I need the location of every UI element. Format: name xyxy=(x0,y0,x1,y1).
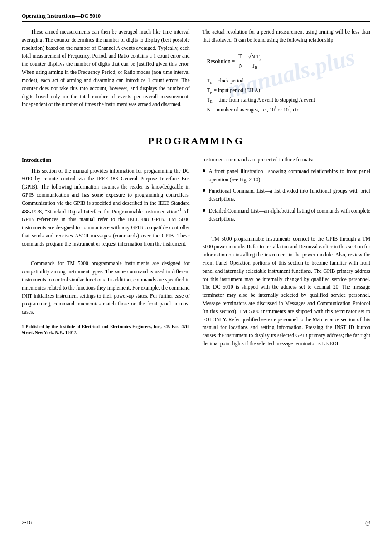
left-para2: Commands for TM 5000 programmable instru… xyxy=(22,260,190,316)
top-section: These armed measurements can then be ave… xyxy=(22,28,370,121)
programming-section: PROGRAMMING Introduction This section of… xyxy=(22,135,370,352)
formula-fraction-sqrt: √N Tp TB xyxy=(247,52,262,71)
bullet-text-2: Functional Command List—a list divided i… xyxy=(209,187,371,203)
resolution-vars: Tc= clock period Tp= input period (CH A)… xyxy=(207,77,371,114)
left-para1: This section of the manual provides info… xyxy=(22,167,190,248)
resolution-formula: Resolution = Tc N √N Tp TB xyxy=(207,52,371,71)
bullet-dot-2 xyxy=(203,189,205,192)
header-title: Operating Instructions—DC 5010 xyxy=(22,13,101,19)
bullet-item-3: Detailed Command List—an alphabetical li… xyxy=(203,207,371,223)
bullet-item-1: A front panel illustration—showing comma… xyxy=(203,168,371,184)
intro-heading: Introduction xyxy=(22,156,190,164)
bullet-text-3: Detailed Command List—an alphabetical li… xyxy=(209,207,371,223)
formula-fraction-tc-n: Tc N xyxy=(237,53,244,70)
formula-tb: TB xyxy=(251,62,258,71)
footnote-divider xyxy=(22,322,58,322)
var-tb: TB= time from starting A event to stoppi… xyxy=(207,96,371,105)
bullet-text-1: A front panel illustration—showing comma… xyxy=(209,168,371,184)
bullet-dot-3 xyxy=(203,209,205,212)
page: Operating Instructions—DC 5010 These arm… xyxy=(0,0,392,537)
var-n: N = number of averages, i.e., 106 or 109… xyxy=(207,105,371,114)
page-footer: 2-16 @ xyxy=(22,519,370,526)
footnote-text: 1 Published by the Institute of Electric… xyxy=(22,324,190,336)
top-right-col: manuals.plus The actual resolution for a… xyxy=(203,28,371,121)
formula-n: N xyxy=(238,62,243,70)
programming-right-col: Instrument commands are presented in thr… xyxy=(203,156,371,352)
programming-left-col: Introduction This section of the manual … xyxy=(22,156,190,352)
tp-sub: p xyxy=(260,57,261,61)
bullet-dot-1 xyxy=(203,169,205,172)
formula-tc: Tc xyxy=(237,53,244,62)
var-tc: Tc= clock period xyxy=(207,77,371,86)
programming-two-col: Introduction This section of the manual … xyxy=(22,156,370,352)
top-left-para1: These armed measurements can then be ave… xyxy=(22,28,190,109)
tc-sub: c xyxy=(242,56,243,60)
formula-sqrt-numer: √N Tp xyxy=(247,52,262,63)
programming-title: PROGRAMMING xyxy=(22,135,370,147)
right-para1: Instrument commands are presented in thr… xyxy=(203,156,371,164)
bullet-list: A front panel illustration—showing comma… xyxy=(203,168,371,223)
resolution-label: Resolution = xyxy=(207,57,235,66)
tb-sub: B xyxy=(255,66,257,70)
page-number: 2-16 xyxy=(22,519,32,526)
right-intro: The actual resolution for a period measu… xyxy=(203,28,371,44)
right-para2: TM 5000 programmable instruments connect… xyxy=(203,235,371,348)
page-header: Operating Instructions—DC 5010 xyxy=(22,13,370,22)
resolution-formula-block: Resolution = Tc N √N Tp TB Tc= clock per… xyxy=(203,49,371,116)
var-tp: Tp= input period (CH A) xyxy=(207,86,371,96)
page-symbol: @ xyxy=(365,519,370,526)
bullet-item-2: Functional Command List—a list divided i… xyxy=(203,187,371,203)
top-left-col: These armed measurements can then be ave… xyxy=(22,28,190,121)
